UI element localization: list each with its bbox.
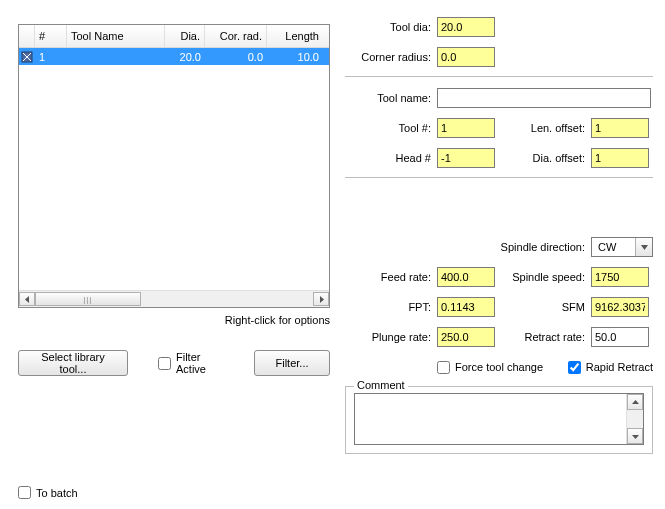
tool-icon — [19, 51, 35, 63]
horizontal-scrollbar[interactable]: ||| — [19, 290, 329, 307]
scroll-left-button[interactable] — [19, 292, 35, 306]
tool-num-label: Tool #: — [345, 122, 437, 134]
vertical-scrollbar[interactable] — [626, 394, 643, 444]
cell-num: 1 — [35, 48, 67, 65]
head-num-field[interactable] — [437, 148, 495, 168]
dia-offset-label: Dia. offset: — [495, 152, 591, 164]
col-num[interactable]: # — [35, 25, 67, 47]
rapid-retract-input[interactable] — [568, 361, 581, 374]
comment-field[interactable] — [355, 394, 627, 444]
tool-table[interactable]: # Tool Name Dia. Cor. rad. Length 1 20.0… — [18, 24, 330, 308]
sfm-field[interactable] — [591, 297, 649, 317]
tool-num-field[interactable] — [437, 118, 495, 138]
retract-rate-field[interactable] — [591, 327, 649, 347]
spindle-dir-select[interactable]: CW — [591, 237, 653, 257]
sfm-label: SFM — [495, 301, 591, 313]
cell-dia: 20.0 — [165, 48, 205, 65]
to-batch-input[interactable] — [18, 486, 31, 499]
chevron-down-icon — [635, 238, 652, 256]
rapid-retract-label: Rapid Retract — [586, 361, 653, 373]
table-header: # Tool Name Dia. Cor. rad. Length — [19, 25, 329, 48]
cell-name — [67, 48, 165, 65]
tool-name-label: Tool name: — [345, 92, 437, 104]
spindle-dir-value: CW — [592, 241, 635, 253]
select-library-tool-button[interactable]: Select library tool... — [18, 350, 128, 376]
scroll-up-button[interactable] — [627, 394, 643, 410]
to-batch-checkbox[interactable]: To batch — [18, 486, 78, 499]
scroll-right-button[interactable] — [313, 292, 329, 306]
cell-len: 10.0 — [267, 48, 323, 65]
plunge-rate-field[interactable] — [437, 327, 495, 347]
fpt-label: FPT: — [345, 301, 437, 313]
dia-offset-field[interactable] — [591, 148, 649, 168]
col-len[interactable]: Length — [267, 25, 323, 47]
filter-button[interactable]: Filter... — [254, 350, 330, 376]
filter-active-label: Filter Active — [176, 351, 224, 375]
spindle-speed-field[interactable] — [591, 267, 649, 287]
force-tool-change-input[interactable] — [437, 361, 450, 374]
corner-radius-field[interactable] — [437, 47, 495, 67]
filter-active-checkbox[interactable]: Filter Active — [158, 351, 224, 375]
scroll-thumb[interactable]: ||| — [35, 292, 141, 306]
filter-active-input[interactable] — [158, 357, 171, 370]
divider — [345, 76, 653, 77]
comment-legend: Comment — [354, 379, 408, 391]
rapid-retract-checkbox[interactable]: Rapid Retract — [568, 361, 653, 374]
len-offset-label: Len. offset: — [495, 122, 591, 134]
scroll-down-button[interactable] — [627, 428, 643, 444]
tool-dia-field[interactable] — [437, 17, 495, 37]
spindle-speed-label: Spindle speed: — [495, 271, 591, 283]
to-batch-label: To batch — [36, 487, 78, 499]
col-toolname[interactable]: Tool Name — [67, 25, 165, 47]
cell-crad: 0.0 — [205, 48, 267, 65]
comment-group: Comment — [345, 386, 653, 454]
table-row[interactable]: 1 20.0 0.0 10.0 — [19, 48, 329, 65]
head-num-label: Head # — [345, 152, 437, 164]
retract-rate-label: Retract rate: — [495, 331, 591, 343]
force-tool-change-label: Force tool change — [455, 361, 543, 373]
len-offset-field[interactable] — [591, 118, 649, 138]
col-dia[interactable]: Dia. — [165, 25, 205, 47]
table-empty-area[interactable] — [19, 65, 329, 290]
col-crad[interactable]: Cor. rad. — [205, 25, 267, 47]
fpt-field[interactable] — [437, 297, 495, 317]
feed-rate-field[interactable] — [437, 267, 495, 287]
spindle-dir-label: Spindle direction: — [501, 241, 591, 253]
feed-rate-label: Feed rate: — [345, 271, 437, 283]
plunge-rate-label: Plunge rate: — [345, 331, 437, 343]
context-hint: Right-click for options — [18, 314, 330, 326]
tool-name-field[interactable] — [437, 88, 651, 108]
force-tool-change-checkbox[interactable]: Force tool change — [437, 361, 543, 374]
tool-dia-label: Tool dia: — [345, 21, 437, 33]
corner-radius-label: Corner radius: — [345, 51, 437, 63]
divider — [345, 177, 653, 178]
